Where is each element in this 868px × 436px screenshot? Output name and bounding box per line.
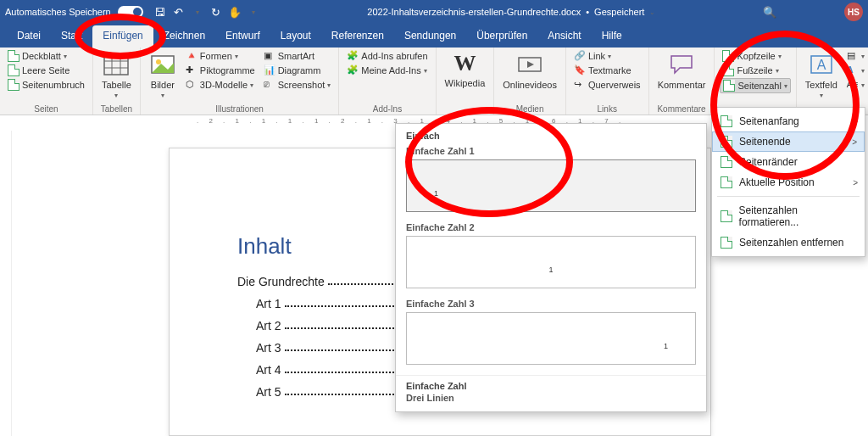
- ribbon: Deckblatt▾ Leere Seite Seitenumbruch Sei…: [0, 48, 868, 115]
- redo-icon[interactable]: ↻: [209, 5, 223, 19]
- menu-sendungen[interactable]: Sendungen: [394, 25, 466, 48]
- save-state: Gespeichert: [594, 7, 644, 17]
- svg-point-6: [156, 59, 161, 64]
- chevron-right-icon: >: [853, 117, 858, 126]
- menu-referenzen[interactable]: Referenzen: [321, 25, 394, 48]
- 3d-modelle-button[interactable]: ⬡3D-Modelle▾: [183, 78, 258, 92]
- store-icon: 🧩: [347, 50, 359, 62]
- piktogramme-button[interactable]: ✚Piktogramme: [183, 64, 258, 77]
- svg-rect-0: [104, 54, 128, 75]
- menu-ueberpruefen[interactable]: Überprüfen: [466, 25, 537, 48]
- ribbon-group-addins: 🧩Add-Ins abrufen 🧩Meine Add-Ins▾ Add-Ins: [339, 48, 436, 115]
- seitenumbruch-button[interactable]: Seitenumbruch: [5, 78, 87, 92]
- crossref-icon: ↪: [574, 79, 586, 91]
- submenu-seitenzahlen-formatieren-[interactable]: Seitenzahlen formatieren...: [712, 200, 865, 232]
- comment-icon: [668, 51, 695, 78]
- seitenzahl-button[interactable]: Seitenzahl▾: [720, 78, 790, 93]
- quickparts-button[interactable]: ▤▾: [844, 49, 867, 63]
- page-number-gallery: Einfach Einfache Zahl 1 1 Einfache Zahl …: [395, 123, 707, 412]
- header-icon: [722, 50, 734, 62]
- menu-entwurf[interactable]: Entwurf: [215, 25, 270, 48]
- menu-einfuegen[interactable]: Einfügen: [92, 25, 153, 48]
- title-caret[interactable]: ⌄: [649, 8, 655, 16]
- menu-zeichnen[interactable]: Zeichnen: [153, 25, 215, 48]
- touch-mode-icon[interactable]: ✋: [228, 5, 242, 19]
- fusszeile-button[interactable]: Fußzeile▾: [720, 64, 790, 77]
- footer-icon: [722, 64, 734, 76]
- submenu-seitenanfang[interactable]: Seitenanfang>: [712, 111, 865, 131]
- 3d-icon: ⬡: [186, 79, 198, 91]
- menu-datei[interactable]: Datei: [7, 25, 51, 48]
- addins-abrufen-button[interactable]: 🧩Add-Ins abrufen: [344, 49, 430, 63]
- page-icon: [721, 210, 732, 222]
- menu-layout[interactable]: Layout: [270, 25, 321, 48]
- wikipedia-icon: W: [453, 51, 476, 76]
- ribbon-group-illustrationen: Bilder▾ 🔺Formen▾ ✚Piktogramme ⬡3D-Modell…: [141, 48, 339, 115]
- textmarke-button[interactable]: 🔖Textmarke: [571, 64, 643, 77]
- textfeld-button[interactable]: A Textfeld▾: [802, 49, 841, 103]
- formen-button[interactable]: 🔺Formen▾: [183, 49, 258, 63]
- chevron-right-icon: >: [853, 178, 858, 187]
- ribbon-group-wikipedia: W Wikipedia: [437, 48, 495, 115]
- smartart-button[interactable]: ▣SmartArt: [261, 49, 334, 63]
- wikipedia-button[interactable]: W Wikipedia: [442, 49, 489, 113]
- ribbon-group-seiten: Deckblatt▾ Leere Seite Seitenumbruch Sei…: [0, 48, 93, 115]
- tabelle-button[interactable]: Tabelle▾: [98, 49, 135, 103]
- deckblatt-button[interactable]: Deckblatt▾: [5, 49, 87, 63]
- menu-hilfe[interactable]: Hilfe: [592, 25, 632, 48]
- onlinevideos-button[interactable]: Onlinevideos: [499, 49, 560, 103]
- autosave-label: Automatisches Speichern: [5, 7, 111, 17]
- diagramm-button[interactable]: 📊Diagramm: [261, 64, 334, 77]
- dropcap-icon: A≡: [847, 79, 859, 91]
- user-avatar[interactable]: HS: [844, 3, 863, 21]
- dropcap-button[interactable]: A≡▾: [844, 78, 867, 92]
- bookmark-icon: 🔖: [574, 64, 586, 76]
- chevron-right-icon: >: [852, 137, 857, 147]
- my-addins-icon: 🧩: [347, 64, 359, 76]
- kopfzeile-button[interactable]: Kopfzeile▾: [720, 49, 790, 63]
- gallery-item-3-label: Einfache Zahl 3: [396, 299, 706, 312]
- cover-page-icon: [8, 50, 19, 62]
- svg-marker-8: [527, 61, 534, 68]
- leere-seite-button[interactable]: Leere Seite: [5, 64, 87, 77]
- screenshot-icon: ⎚: [264, 79, 275, 91]
- blank-page-icon: [8, 64, 19, 76]
- undo-caret[interactable]: ▾: [191, 5, 204, 19]
- wordart-button[interactable]: A▾: [844, 64, 867, 77]
- page-icon: [721, 136, 732, 148]
- doc-filename: 2022-Inhaltsverzeichnis-erstellen-Grundr…: [367, 7, 581, 17]
- quickparts-icon: ▤: [847, 50, 859, 62]
- autosave-toggle[interactable]: [118, 6, 143, 18]
- gallery-item-3[interactable]: 1: [406, 312, 696, 365]
- querverweis-button[interactable]: ↪Querverweis: [571, 78, 643, 92]
- submenu-seitenende[interactable]: Seitenende>: [712, 131, 865, 152]
- search-icon[interactable]: 🔍: [763, 6, 776, 19]
- ribbon-group-kopf-fuss: Kopfzeile▾ Fußzeile▾ Seitenzahl▾ .: [715, 48, 796, 115]
- ribbon-group-medien: Onlinevideos Medien: [494, 48, 566, 115]
- submenu-seitenr-nder[interactable]: Seitenränder: [712, 152, 865, 172]
- gallery-item-1[interactable]: 1: [406, 159, 696, 212]
- save-icon[interactable]: 🖫: [153, 5, 167, 19]
- screenshot-button[interactable]: ⎚Screenshot▾: [261, 78, 334, 92]
- bilder-button[interactable]: Bilder▾: [146, 49, 180, 103]
- meine-addins-button[interactable]: 🧩Meine Add-Ins▾: [344, 64, 430, 77]
- undo-icon[interactable]: ↶: [172, 5, 186, 19]
- kommentar-button[interactable]: Kommentar: [654, 49, 709, 103]
- qat-more-caret[interactable]: ▾: [247, 5, 260, 19]
- page-icon: [721, 237, 732, 249]
- gallery-item-dreilinien-label: Drei Linien: [396, 393, 706, 406]
- menu-start[interactable]: Start: [51, 25, 92, 48]
- menu-ansicht[interactable]: Ansicht: [537, 25, 591, 48]
- submenu-aktuelle-position[interactable]: Aktuelle Position>: [712, 172, 865, 193]
- ribbon-group-kommentare: Kommentar Kommentare: [649, 48, 715, 115]
- wordart-icon: A: [847, 64, 859, 76]
- gallery-item-1-label: Einfache Zahl 1: [396, 146, 706, 159]
- seitenzahl-submenu: Seitenanfang>Seitenende>SeitenränderAktu…: [711, 107, 865, 257]
- gallery-item-2[interactable]: 1: [406, 236, 696, 288]
- page-icon: [721, 156, 732, 168]
- gallery-item-2-label: Einfache Zahl 2: [396, 222, 706, 236]
- title-bar: Automatisches Speichern 🖫 ↶ ▾ ↻ ✋ ▾ 2022…: [0, 0, 868, 24]
- link-button[interactable]: 🔗Link▾: [571, 49, 643, 63]
- page-break-icon: [8, 79, 19, 91]
- submenu-seitenzahlen-entfernen[interactable]: Seitenzahlen entfernen: [712, 232, 865, 253]
